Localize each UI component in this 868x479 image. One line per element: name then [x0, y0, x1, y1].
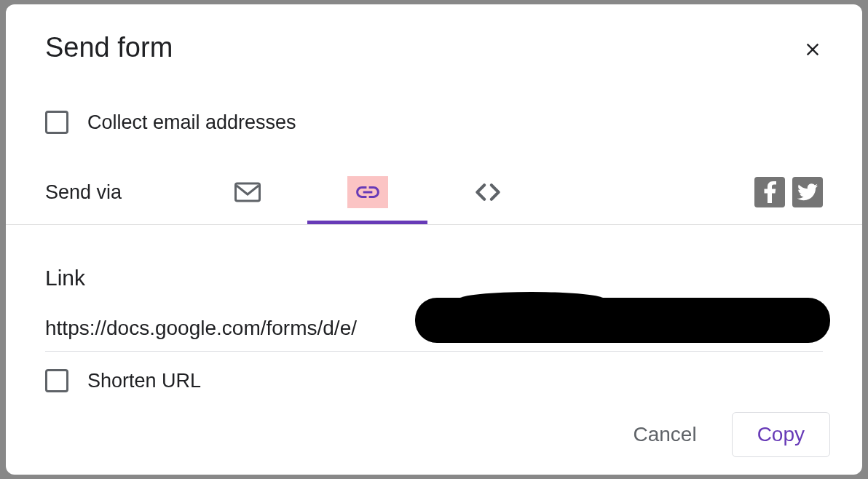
collect-emails-checkbox[interactable] [45, 111, 68, 134]
tab-link[interactable] [307, 172, 427, 213]
send-via-row: Send via [6, 134, 862, 213]
share-twitter-button[interactable] [792, 177, 823, 207]
social-share-group [754, 177, 823, 207]
email-icon [234, 182, 261, 202]
close-button[interactable] [798, 35, 827, 67]
dialog-title: Send form [45, 32, 173, 63]
send-form-dialog: Send form Collect email addresses Send v… [6, 4, 862, 475]
link-section: Link [6, 225, 862, 352]
tab-underline [307, 221, 427, 224]
send-via-tabs [187, 172, 548, 213]
redacted-area [415, 298, 830, 343]
close-icon [802, 39, 823, 60]
send-via-label: Send via [45, 181, 122, 204]
collect-emails-row: Collect email addresses [6, 67, 862, 134]
shorten-url-checkbox[interactable] [45, 369, 68, 392]
tab-embed[interactable] [427, 172, 548, 213]
tab-email[interactable] [187, 172, 307, 213]
copy-button[interactable]: Copy [732, 412, 830, 457]
shorten-url-label: Shorten URL [87, 370, 201, 392]
dialog-header: Send form [6, 4, 862, 67]
shorten-url-row: Shorten URL [6, 352, 862, 392]
link-input-container [45, 317, 823, 352]
collect-emails-label: Collect email addresses [87, 111, 296, 134]
facebook-icon [762, 181, 778, 203]
share-facebook-button[interactable] [754, 177, 785, 207]
link-section-label: Link [45, 266, 823, 290]
embed-icon [473, 183, 502, 202]
cancel-button[interactable]: Cancel [612, 413, 717, 456]
twitter-icon [797, 183, 818, 201]
dialog-footer: Cancel Copy [6, 397, 862, 475]
svg-rect-0 [235, 183, 259, 201]
link-icon [354, 185, 382, 199]
